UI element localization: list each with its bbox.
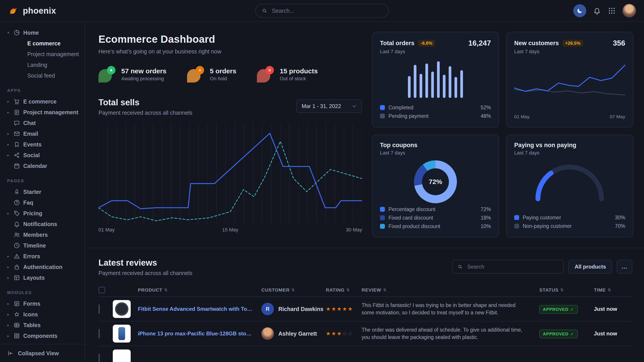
caret-right-icon: ▸ bbox=[6, 142, 10, 147]
sidebar-item-label: Members bbox=[23, 232, 48, 238]
legend-swatch bbox=[380, 105, 385, 110]
main-content: Ecommerce Dashboard Here's what's going … bbox=[85, 22, 644, 362]
sort-icon[interactable] bbox=[346, 288, 350, 293]
phoenix-logo-icon bbox=[8, 5, 19, 16]
sidebar-item-authentication[interactable]: ▸Authentication bbox=[6, 262, 80, 272]
cart-icon bbox=[14, 98, 20, 105]
sidebar-item-label: Starter bbox=[23, 189, 42, 195]
stat-caption: Out of stock bbox=[280, 76, 318, 82]
sidebar-subitem-e-commerce[interactable]: E commerce bbox=[6, 38, 80, 49]
moon-icon bbox=[576, 7, 583, 14]
x-tick: 07 May bbox=[610, 114, 625, 119]
customer-name: Ashley Garrett bbox=[278, 331, 317, 337]
card-title: New customers bbox=[514, 40, 559, 47]
top-navbar: phoenix bbox=[0, 0, 644, 22]
sidebar-item-social[interactable]: ▸Social bbox=[6, 150, 80, 161]
sidebar-nav: ▾HomeE commerceProject managementLanding… bbox=[6, 27, 80, 341]
table-icon bbox=[14, 322, 20, 329]
sidebar-subitem-social-feed[interactable]: Social feed bbox=[6, 70, 80, 81]
sidebar-item-layouts[interactable]: ▸Layouts bbox=[6, 272, 80, 283]
star-filled-icon: ★ bbox=[337, 331, 342, 337]
paying-legend: Paying customer30%Non-paying customer70% bbox=[514, 213, 625, 230]
row-checkbox[interactable] bbox=[98, 329, 100, 338]
dashboard-left-column: Ecommerce Dashboard Here's what's going … bbox=[85, 22, 372, 248]
x-tick: 15 May bbox=[222, 227, 238, 233]
col-product[interactable]: PRODUCT bbox=[138, 287, 162, 293]
sidebar-item-members[interactable]: Members bbox=[6, 229, 80, 240]
order-bar bbox=[408, 76, 410, 98]
product-link[interactable]: Fitbit Sense Advanced Smartwatch with To… bbox=[138, 306, 261, 312]
legend-label: Fixed card discount bbox=[388, 215, 433, 221]
more-options-button[interactable]: ... bbox=[617, 260, 632, 274]
sidebar-item-notifications[interactable]: Notifications bbox=[6, 219, 80, 229]
col-status[interactable]: STATUS bbox=[539, 287, 558, 293]
card-title: Paying vs non paying bbox=[514, 142, 576, 149]
users-icon bbox=[14, 231, 20, 238]
sort-icon[interactable] bbox=[383, 288, 387, 293]
sidebar-item-forms[interactable]: ▸Forms bbox=[6, 298, 80, 309]
reviews-title: Latest reviews bbox=[98, 258, 192, 268]
col-review[interactable]: REVIEW bbox=[362, 287, 381, 293]
sort-icon[interactable] bbox=[164, 288, 168, 293]
select-all-checkbox[interactable] bbox=[98, 287, 105, 293]
sidebar-item-home[interactable]: ▾Home bbox=[6, 27, 80, 38]
dashboard-cards: Total orders -6.8% 16,247 Last 7 days Co… bbox=[372, 22, 644, 248]
user-avatar[interactable] bbox=[622, 4, 636, 17]
sort-icon[interactable] bbox=[560, 288, 564, 293]
sort-icon[interactable] bbox=[608, 288, 611, 293]
sidebar-item-email[interactable]: ▸Email bbox=[6, 128, 80, 139]
sidebar-item-events[interactable]: ▸Events bbox=[6, 139, 80, 150]
apps-grid-icon[interactable] bbox=[608, 7, 616, 15]
sidebar-item-tables[interactable]: ▸Tables bbox=[6, 320, 80, 331]
brand-logo[interactable]: phoenix bbox=[8, 5, 56, 16]
orders-legend: Completed52%Pending payment48% bbox=[380, 103, 491, 120]
sidebar-item-faq[interactable]: Faq bbox=[6, 197, 80, 208]
x-tick: 01 May bbox=[98, 227, 114, 233]
sidebar-item-label: E commerce bbox=[23, 98, 56, 105]
sidebar-subitem-project-management[interactable]: Project management bbox=[6, 49, 80, 59]
sidebar-item-icons[interactable]: ▸Icons bbox=[6, 309, 80, 320]
dark-mode-toggle[interactable] bbox=[573, 4, 586, 17]
star-icon bbox=[14, 311, 20, 318]
order-bar bbox=[426, 63, 428, 98]
sidebar-item-components[interactable]: ▸Components bbox=[6, 331, 80, 341]
total-orders-card: Total orders -6.8% 16,247 Last 7 days Co… bbox=[372, 32, 499, 127]
sidebar-item-starter[interactable]: Starter bbox=[6, 186, 80, 197]
product-link[interactable]: iPhone 13 pro max-Pacific Blue-128GB sto… bbox=[138, 331, 261, 337]
search-input[interactable] bbox=[271, 7, 382, 14]
all-products-button[interactable]: All products bbox=[568, 260, 612, 274]
sidebar-item-chat[interactable]: Chat bbox=[6, 118, 80, 128]
reviews-search[interactable] bbox=[452, 260, 564, 274]
date-range-select[interactable]: Mar 1 - 31, 2022 bbox=[296, 99, 362, 113]
sidebar-subitem-landing[interactable]: Landing bbox=[6, 59, 80, 70]
col-rating[interactable]: RATING bbox=[326, 287, 344, 293]
caret-right-icon: ▸ bbox=[6, 312, 10, 317]
sidebar-item-project-management[interactable]: ▸Project management bbox=[6, 107, 80, 118]
global-search[interactable] bbox=[255, 4, 389, 18]
check-icon: ✓ bbox=[570, 307, 574, 312]
sidebar-item-label: Forms bbox=[23, 301, 40, 307]
sort-icon[interactable] bbox=[291, 288, 295, 293]
order-bar bbox=[449, 66, 451, 98]
sidebar-item-errors[interactable]: ▸Errors bbox=[6, 251, 80, 262]
sidebar-item-pricing[interactable]: ▸Pricing bbox=[6, 208, 80, 219]
order-bar bbox=[454, 77, 457, 98]
order-bar bbox=[414, 65, 416, 98]
pause-icon bbox=[196, 66, 204, 74]
sidebar-item-e-commerce[interactable]: ▸E commerce bbox=[6, 96, 80, 107]
sidebar-item-calendar[interactable]: Calendar bbox=[6, 161, 80, 171]
star-filled-icon: ★ bbox=[348, 306, 353, 312]
sidebar-item-timeline[interactable]: Timeline bbox=[6, 240, 80, 251]
legend-row: Percentage discount72% bbox=[380, 205, 491, 214]
star-filled-icon: ★ bbox=[332, 306, 337, 312]
search-icon bbox=[458, 264, 463, 269]
clipboard-icon bbox=[14, 109, 20, 116]
reviews-search-input[interactable] bbox=[466, 263, 558, 270]
collapse-view-button[interactable]: Collapsed View bbox=[0, 344, 84, 362]
notifications-bell-icon[interactable] bbox=[593, 7, 601, 15]
row-checkbox[interactable] bbox=[98, 304, 100, 314]
col-time[interactable]: TIME bbox=[594, 287, 606, 293]
row-checkbox[interactable] bbox=[98, 354, 100, 362]
latest-reviews-section: Latest reviews Payment received across a… bbox=[85, 248, 644, 362]
col-customer[interactable]: CUSTOMER bbox=[261, 287, 290, 293]
